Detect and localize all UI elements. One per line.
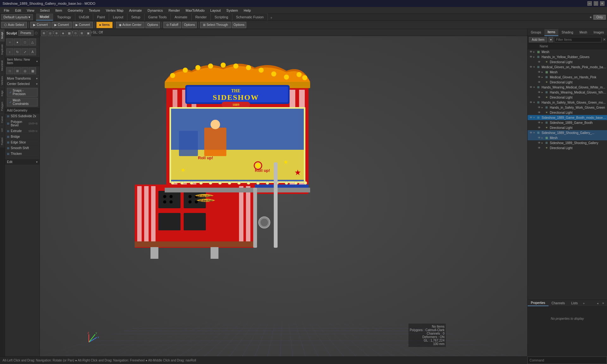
tab-setup[interactable]: Setup — [127, 14, 144, 21]
convert-button-3[interactable]: ▶ Convert — [73, 22, 93, 28]
tool-icon-rotate[interactable]: ↻ — [14, 48, 21, 55]
scene-item-safety-green-sub[interactable]: 👁 ▸ ⊞ Hands_in_Safety_Work_Gloves_Green — [528, 105, 607, 110]
eye-icon[interactable]: 👁 — [528, 130, 533, 135]
rtab-items[interactable]: Items — [544, 29, 558, 36]
tool-icon-box[interactable]: □ — [21, 39, 28, 46]
close-button[interactable]: ✕ — [600, 1, 604, 6]
add-geometry-header[interactable]: Add Geometry — [5, 108, 40, 113]
eye-icon[interactable]: 👁 — [536, 70, 542, 74]
eye-icon[interactable]: 👁 — [528, 85, 533, 89]
tool-sds-subdivide[interactable]: ⊞ SDS Subdivide 2x — [5, 113, 40, 119]
menu-texture[interactable]: Texture — [86, 8, 103, 13]
expand-icon[interactable]: ▸ — [542, 136, 545, 139]
tool-edge-slice[interactable]: ⊞ Edge Slice — [5, 140, 40, 145]
eye-icon[interactable]: 👁 — [536, 110, 542, 115]
vp-icon-7[interactable]: ⊠ — [79, 30, 85, 36]
eye-icon[interactable]: 👁 — [536, 120, 542, 125]
filter-items-input[interactable] — [555, 37, 602, 42]
vp-icon-5[interactable]: ▦ — [66, 30, 72, 36]
tool-polygon-bevel[interactable]: ⊞ Polygon Bevel Shift+B — [5, 119, 40, 128]
falloff-button[interactable]: ⊙ Falloff — [163, 22, 181, 28]
vp-icon-4[interactable]: ◈ — [60, 30, 66, 36]
vp-icon-8[interactable]: ▣ — [85, 30, 91, 36]
eye-icon[interactable]: 👁 — [536, 141, 542, 145]
scene-item-dir-light-6[interactable]: 👁 ☀ Directional Light — [528, 145, 607, 150]
scene-item-medical-pink[interactable]: 👁 ▾ ⊞ Medical_Gloves_on_Hands_Pink_modo_… — [528, 64, 607, 70]
rtab-groups[interactable]: Groups — [528, 29, 544, 36]
tool-smooth-shift[interactable]: ⊞ Smooth Shift — [5, 145, 40, 151]
convert-button-2[interactable]: ▶ Convert — [52, 22, 72, 28]
rtab-images[interactable]: Images — [590, 29, 607, 36]
scene-item-game-booth-sub[interactable]: 👁 ▸ ⊞ Sideshow_1889_Game_Booth — [528, 120, 607, 125]
more-transforms[interactable]: More Transforms ▾ — [5, 76, 40, 81]
vtab-edge[interactable]: Edge — [0, 88, 5, 99]
expand-icon[interactable]: ▸ — [533, 55, 537, 58]
auto-select-button[interactable]: ⬡Auto Select — [1, 22, 27, 28]
tab-game-tools[interactable]: Game Tools — [144, 14, 171, 21]
menu-file[interactable]: File — [1, 8, 12, 13]
add-item-button[interactable]: Add Item — [529, 37, 547, 42]
viewport[interactable]: Perspective | Texture | Ray GL: Off — [40, 29, 527, 356]
minimize-button[interactable]: ─ — [587, 1, 592, 6]
vtab-fusion[interactable]: Fusion — [0, 135, 5, 148]
scene-item-dir-light-4[interactable]: 👁 ☀ Directional Light — [528, 110, 607, 115]
vtab-curve[interactable]: Curve — [0, 113, 5, 125]
tool-icon-circle[interactable]: ○ — [6, 39, 13, 46]
scene-item-hands-yellow[interactable]: 👁 ▸ ⊞ Hands_in_Yellow_Rubber_Gloves — [528, 54, 607, 59]
vtab-duplicate[interactable]: Duplicate — [0, 41, 5, 57]
only-button[interactable]: Only — [593, 15, 606, 20]
add-tab-button[interactable]: + — [268, 15, 275, 21]
tab-scripting[interactable]: Scripting — [211, 14, 232, 21]
tool-icon-scale[interactable]: ⤢ — [21, 48, 28, 55]
mesh-constraints-button[interactable]: ✓ Mesh Constraints — [7, 98, 38, 106]
eye-icon[interactable]: 👁 — [536, 95, 542, 100]
tab-layout[interactable]: Layout — [109, 14, 127, 21]
filter-clear-button[interactable]: ✕ — [603, 38, 606, 42]
expand-icon[interactable]: ▸ — [542, 91, 545, 94]
add-item-arrow[interactable]: ▾ — [549, 37, 553, 42]
tab-topology[interactable]: Topology — [53, 14, 75, 21]
menu-system[interactable]: System — [224, 8, 241, 13]
scene-item-mesh-2[interactable]: 👁 ▸ ▩ Mesh — [528, 70, 607, 75]
scene-item-sg-sub[interactable]: 👁 ▸ ⊞ Sideshow_1889_Shooting_Gallery — [528, 140, 607, 145]
expand-icon[interactable]: ▾ — [533, 86, 537, 89]
menu-item[interactable]: Item — [53, 8, 64, 13]
vtab-meshedit[interactable]: MeshEdit — [0, 58, 5, 73]
vp-icon-2[interactable]: ◎ — [47, 30, 53, 36]
expand-icon[interactable]: ▸ — [533, 50, 537, 53]
eye-icon[interactable]: 👁 — [528, 115, 533, 120]
menu-edit[interactable]: Edit — [13, 8, 24, 13]
eye-icon[interactable]: 👁 — [536, 105, 542, 110]
vp-icon-6[interactable]: ⊙ — [73, 30, 78, 36]
eye-icon[interactable]: 👁 — [536, 75, 542, 79]
scene-item-medical-white-sub[interactable]: 👁 ▸ ⊞ Hands_Wearing_Medical_Gloves_White — [528, 90, 607, 95]
eye-icon[interactable]: 👁 — [528, 55, 533, 59]
eye-icon[interactable]: 👁 — [528, 50, 533, 54]
tab-paint[interactable]: Paint — [93, 14, 109, 21]
expand-icon[interactable]: ▸ — [542, 141, 545, 144]
expand-icon[interactable]: ▾ — [533, 65, 537, 69]
tab-animate[interactable]: Animate — [171, 14, 191, 21]
vtab-sculpt[interactable]: Sculpt — [0, 29, 5, 41]
tool-thicken[interactable]: ⊞ Thicken — [5, 151, 40, 157]
rbtab-add[interactable]: + — [581, 300, 586, 306]
rbtab-channels[interactable]: Channels — [549, 300, 568, 306]
menu-animate[interactable]: Animate — [126, 8, 144, 13]
vp-icon-3[interactable]: ⊕ — [54, 30, 59, 36]
menu-select[interactable]: Select — [37, 8, 52, 13]
expand-icon[interactable]: ▸ — [542, 121, 545, 124]
tab-schematic[interactable]: Schematic Fusion — [232, 14, 268, 21]
expand-icon[interactable]: ▾ — [533, 101, 537, 104]
scene-item-medical-white[interactable]: 👁 ▾ ⊞ Hands_Wearing_Medical_Gloves_White… — [528, 85, 607, 90]
scene-item-dir-light-1[interactable]: 👁 ☀ Directional Light — [528, 59, 607, 64]
menu-layout[interactable]: Layout — [208, 8, 223, 13]
tool-extrude[interactable]: ⊞ Extrude Shift+X — [5, 128, 40, 134]
menu-render[interactable]: Render — [166, 8, 182, 13]
eye-icon[interactable]: 👁 — [536, 60, 542, 64]
tab-render[interactable]: Render — [192, 14, 211, 21]
vtab-uv[interactable]: UV — [0, 125, 5, 134]
items-panel[interactable]: 👁 ▸ ▩ Mesh 👁 ▸ ⊞ Hands_in_Yellow_Rubber_… — [528, 49, 607, 300]
eye-icon[interactable]: 👁 — [536, 136, 542, 140]
vtab-polygon[interactable]: Polygon — [0, 99, 5, 113]
select-through-button[interactable]: ⊞ Select Through — [200, 22, 230, 28]
